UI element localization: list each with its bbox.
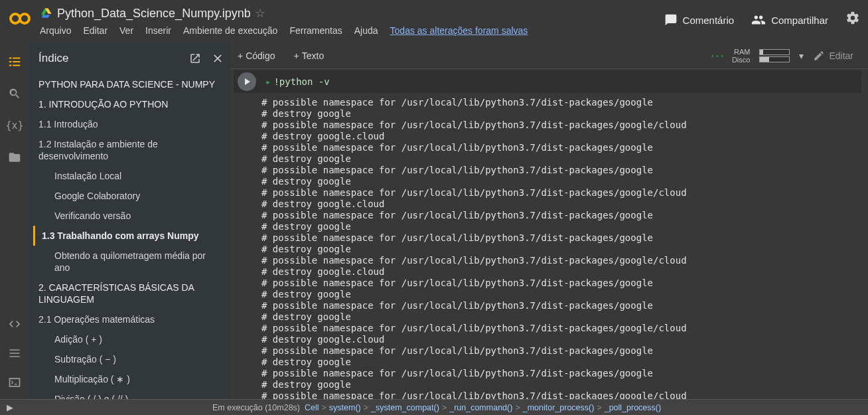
drive-icon[interactable] [40, 7, 53, 20]
ram-label: RAM [732, 48, 751, 56]
edit-button[interactable]: Editar [813, 50, 853, 62]
menu-item[interactable]: Ajuda [354, 25, 378, 36]
crumb-separator: > [597, 403, 601, 412]
stack-trace-crumbs: Cell > system() > _system_compat() > _ru… [305, 403, 661, 412]
menu-item[interactable]: Inserir [145, 25, 171, 36]
toolbar: +Código +Texto ⋯ RAM Disco ▾ Editar [230, 42, 868, 69]
toc-item[interactable]: Subtração ( − ) [33, 349, 230, 369]
search-icon[interactable] [7, 86, 22, 101]
add-text-label: Texto [302, 50, 324, 61]
stack-frame-link[interactable]: _run_command() [449, 403, 512, 412]
toc-item[interactable]: Verificando versão [33, 206, 230, 226]
stack-frame-link[interactable]: _system_compat() [371, 403, 439, 412]
dropdown-caret-icon[interactable]: ▾ [799, 50, 804, 61]
share-button[interactable]: Compartilhar [751, 13, 828, 27]
stack-frame-link[interactable]: _poll_process() [605, 403, 661, 412]
sidebar-title: Índice [38, 52, 68, 65]
toc-item[interactable]: Multiplicação ( ∗ ) [33, 369, 230, 389]
prompt-icon: ▸ [265, 76, 271, 87]
add-code-button[interactable]: +Código [238, 50, 275, 61]
code-cell[interactable]: ▸ !python -v # possible namespace for /u… [234, 70, 861, 399]
run-button[interactable] [238, 72, 256, 91]
toc-item[interactable]: 1.2 Instalação e ambiente de desenvolvim… [33, 134, 230, 166]
code-text[interactable]: !python -v [273, 76, 329, 87]
crumb-separator: > [364, 403, 368, 412]
toc-item[interactable]: Instalação Local [33, 166, 230, 186]
pencil-icon [813, 50, 825, 62]
ram-bar [759, 49, 790, 55]
main-area: ▸ !python -v # possible namespace for /u… [230, 69, 868, 399]
share-icon [751, 13, 766, 27]
menu-item[interactable]: Arquivo [40, 25, 71, 36]
code-input-bar: ▸ !python -v [234, 70, 861, 93]
toc-item[interactable]: Divisão ( / ) e ( // ) [33, 389, 230, 399]
header-mid: Python_Data_Science_Numpy.ipynb ☆ Arquiv… [40, 4, 528, 36]
saved-status[interactable]: Todas as alterações foram salvas [390, 25, 528, 36]
plus-icon: + [238, 50, 243, 61]
crumb-separator: > [322, 403, 326, 412]
toc-item[interactable]: 2.1 Operações matemáticas [33, 309, 230, 329]
resources-block: ⋯ RAM Disco ▾ Editar [710, 47, 868, 64]
menu-item[interactable]: Ver [119, 25, 133, 36]
toc-item[interactable]: 1.1 Introdução [33, 114, 230, 134]
stack-frame-link[interactable]: Cell [305, 403, 319, 412]
colab-logo-icon[interactable] [8, 7, 32, 31]
toc-item[interactable]: 1.3 Trabalhando com arrays Numpy [33, 226, 230, 246]
ram-disk-labels: RAM Disco [732, 48, 751, 64]
toc-item[interactable]: 1. INTRODUÇÃO AO PYTHON [33, 94, 230, 114]
plus-icon: + [294, 50, 299, 61]
cell-output[interactable]: # possible namespace for /usr/local/lib/… [261, 97, 861, 399]
stack-frame-link[interactable]: system() [329, 403, 361, 412]
comment-icon [664, 13, 678, 27]
sidebar: Índice PYTHON PARA DATA SCIENCE - NUMPY1… [29, 42, 230, 399]
menu-item[interactable]: Ambiente de execução [183, 25, 277, 36]
menu-item[interactable]: Ferramentas [289, 25, 342, 36]
menu-bar: ArquivoEditarVerInserirAmbiente de execu… [40, 25, 528, 36]
header-right: Comentário Compartilhar [664, 11, 860, 29]
star-icon[interactable]: ☆ [255, 6, 265, 21]
toc-item[interactable]: Adição ( + ) [33, 329, 230, 349]
disk-label: Disco [732, 56, 751, 64]
sidebar-header: Índice [29, 42, 230, 74]
add-code-label: Código [246, 50, 275, 61]
status-bar: ▶ Em execução (10m28s) Cell > system() >… [0, 399, 868, 415]
status-arrow-icon[interactable]: ▶ [7, 402, 13, 412]
stack-frame-link[interactable]: _monitor_process() [523, 403, 595, 412]
toc-list[interactable]: PYTHON PARA DATA SCIENCE - NUMPY1. INTRO… [29, 74, 230, 399]
files-icon[interactable] [7, 150, 22, 165]
comment-label: Comentário [683, 15, 735, 26]
svg-point-0 [11, 14, 20, 23]
crumb-separator: > [515, 403, 520, 412]
terminal-icon[interactable] [7, 375, 22, 390]
activity-dots-icon: ⋯ [710, 47, 723, 64]
resource-bars[interactable] [759, 49, 790, 62]
toc-item[interactable]: 2. CARACTERÍSTICAS BÁSICAS DA LINGUAGEM [33, 278, 230, 309]
disk-bar [759, 56, 790, 62]
title-row: Python_Data_Science_Numpy.ipynb ☆ [40, 4, 528, 23]
code-snippets-icon[interactable] [7, 317, 22, 331]
comment-button[interactable]: Comentário [664, 13, 735, 27]
crumb-separator: > [442, 403, 447, 412]
toc-item[interactable]: Google Colaboratory [33, 186, 230, 206]
svg-point-1 [20, 14, 29, 23]
settings-icon[interactable] [845, 11, 860, 29]
menu-item[interactable]: Editar [83, 25, 108, 36]
variables-icon[interactable]: {x} [7, 118, 22, 133]
header: Python_Data_Science_Numpy.ipynb ☆ Arquiv… [0, 0, 868, 42]
close-icon[interactable] [208, 49, 227, 68]
toc-item[interactable]: PYTHON PARA DATA SCIENCE - NUMPY [33, 74, 230, 94]
left-rail: {x} [0, 42, 29, 399]
toc-icon[interactable] [7, 54, 22, 69]
add-text-button[interactable]: +Texto [294, 50, 325, 61]
edit-label: Editar [829, 50, 853, 61]
new-window-icon[interactable] [186, 49, 204, 68]
share-label: Compartilhar [771, 15, 828, 26]
exec-status: Em execução (10m28s) [212, 403, 300, 412]
notebook-title[interactable]: Python_Data_Science_Numpy.ipynb [57, 7, 251, 21]
command-palette-icon[interactable] [7, 346, 22, 361]
toc-item[interactable]: Obtendo a quilometragem média por ano [33, 246, 230, 278]
